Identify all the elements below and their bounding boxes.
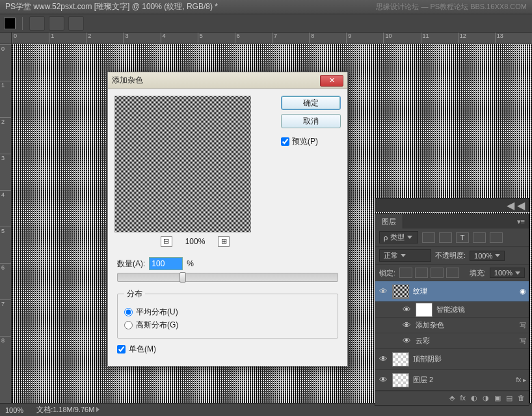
layers-list: 👁纹理◉👁智能滤镜👁添加杂色写👁云彩写👁顶部阴影👁图层 2fx ▸ [375,281,529,391]
chevron-left-icon[interactable]: ◀ [507,199,514,212]
cancel-button[interactable]: 取消 [281,114,341,128]
zoom-in-button[interactable]: ⊞ [218,236,230,247]
visibility-icon[interactable]: 👁 [401,320,412,330]
layer-row[interactable]: 👁智能滤镜 [375,302,529,318]
amount-input[interactable]: 100 [149,257,183,270]
lock-all-icon[interactable] [446,268,459,278]
chevron-left-icon[interactable]: ◀ [517,199,525,212]
layers-tab[interactable]: 图层 [375,214,403,229]
trash-icon[interactable]: 🗑 [518,394,525,402]
ruler-corner [0,33,12,44]
lock-transparency-icon[interactable] [399,268,412,278]
separator [22,17,23,30]
visibility-icon[interactable]: 👁 [401,305,412,314]
chevron-down-icon [495,254,500,257]
slider-thumb[interactable] [180,272,186,283]
layer-name: 智能滤镜 [436,305,526,314]
opacity-label: 不透明度: [435,251,466,260]
lock-position-icon[interactable] [431,268,444,278]
blend-row: 正常 不透明度: 100% [375,247,529,265]
fill-label: 填充: [470,268,486,278]
filter-pixel-icon[interactable] [422,232,435,243]
tool-option-3[interactable] [68,16,84,31]
ruler-horizontal: 012345678910111213 [12,33,532,44]
lock-label: 锁定: [379,268,395,278]
panel-tabs: 图层 ▾≡ [375,214,529,229]
dialog-title-text: 添加杂色 [112,75,143,86]
group-icon[interactable]: ▣ [494,394,501,402]
chevron-down-icon [407,236,412,239]
lock-row: 锁定: 填充: 100% [375,265,529,281]
chevron-down-icon [515,271,520,275]
opacity-input[interactable]: 100% [470,251,505,261]
filter-edit-icon[interactable]: 写 [520,321,526,330]
filter-adjust-icon[interactable] [439,232,452,243]
tool-option-2[interactable] [49,16,64,31]
blend-mode-select[interactable]: 正常 [379,249,431,262]
fx-badge[interactable]: fx ▸ [516,376,526,383]
layer-name: 添加杂色 [416,320,516,330]
mono-checkbox-row[interactable]: 单色(M) [117,344,338,355]
filter-kind-select[interactable]: ρ 类型 [379,231,418,243]
layer-mask-icon[interactable]: ◐ [471,394,477,402]
tool-option-1[interactable] [29,16,45,31]
layer-row[interactable]: 👁顶部阴影 [375,349,529,370]
filter-edit-icon[interactable]: 写 [520,337,526,346]
mono-checkbox[interactable] [117,345,126,354]
gaussian-radio[interactable] [124,321,133,329]
panel-menu-icon[interactable]: ▾≡ [517,217,525,226]
document-title: PS学堂 www.52psxt.com [璀璨文字] @ 100% (纹理, R… [5,1,218,12]
layer-thumbnail[interactable] [392,352,409,367]
layer-thumbnail[interactable] [392,284,409,299]
layer-row[interactable]: 👁纹理◉ [375,281,529,302]
dialog-close-button[interactable]: ✕ [320,75,343,87]
preview-checkbox-row[interactable]: 预览(P) [281,136,341,147]
layer-name: 图层 2 [413,375,512,385]
uniform-radio-row[interactable]: 平均分布(U) [124,307,331,318]
amount-percent: % [187,259,194,268]
layer-name: 纹理 [413,286,516,296]
filter-smart-icon[interactable] [490,232,503,243]
color-swatch[interactable] [4,18,16,29]
ok-button[interactable]: 确定 [281,96,341,110]
layer-row[interactable]: 👁添加杂色写 [375,318,529,333]
preview-checkbox[interactable] [281,137,289,146]
link-layers-icon[interactable]: ⬘ [449,394,455,402]
filter-type-icon[interactable]: T [456,232,469,243]
new-layer-icon[interactable]: ▤ [506,394,512,402]
panel-collapse-bar[interactable]: ◀ ◀ [375,198,529,212]
zoom-level[interactable]: 100% [5,406,23,414]
add-noise-dialog: 添加杂色 ✕ ⊟ 100% ⊞ 确定 取消 预览(P) 数量(A): 100 % [107,72,348,367]
fill-input[interactable]: 100% [490,268,525,278]
adjustment-layer-icon[interactable]: ◑ [483,394,489,402]
lock-pixels-icon[interactable] [415,268,428,278]
gaussian-radio-row[interactable]: 高斯分布(G) [124,320,331,331]
amount-label: 数量(A): [117,258,145,270]
layer-thumbnail[interactable] [392,373,409,387]
distribution-group: 分布 平均分布(U) 高斯分布(G) [117,288,338,339]
chevron-down-icon [401,254,406,257]
layer-row[interactable]: 👁图层 2fx ▸ [375,370,529,391]
preview-label: 预览(P) [292,136,318,147]
triangle-icon [96,407,100,412]
uniform-radio[interactable] [124,308,133,316]
visibility-icon[interactable]: 👁 [378,286,388,296]
layer-fx-icon[interactable]: fx [460,394,466,402]
layer-thumbnail[interactable] [416,303,432,317]
layer-row[interactable]: 👁云彩写 [375,333,529,349]
layer-name: 云彩 [416,336,516,346]
dialog-titlebar[interactable]: 添加杂色 ✕ [108,72,347,89]
watermark-text: 思缘设计论坛 — PS教程论坛 BBS.16XX8.COM [376,2,527,12]
zoom-out-button[interactable]: ⊟ [161,236,172,247]
amount-slider[interactable] [117,273,338,282]
visibility-icon[interactable]: 👁 [378,375,388,385]
uniform-label: 平均分布(U) [136,307,178,318]
mono-label: 单色(M) [129,344,156,355]
filter-mask-icon[interactable]: ◉ [520,287,526,296]
filter-shape-icon[interactable] [473,232,486,243]
visibility-icon[interactable]: 👁 [378,354,388,364]
preview-thumbnail[interactable] [114,96,251,232]
ruler-vertical: 012345678 [0,44,12,403]
visibility-icon[interactable]: 👁 [401,336,412,346]
panel-footer: ⬘ fx ◐ ◑ ▣ ▤ 🗑 [375,391,529,405]
